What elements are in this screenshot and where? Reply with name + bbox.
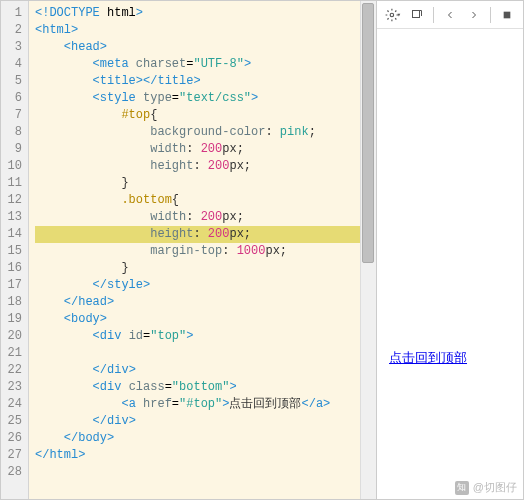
line-number-gutter: 1234567891011121314151617181920212223242…	[1, 1, 29, 499]
line-number: 28	[1, 464, 28, 481]
code-line[interactable]: .bottom{	[35, 192, 376, 209]
code-line[interactable]	[35, 345, 376, 362]
preview-toolbar: ▾	[377, 1, 523, 29]
code-line[interactable]: background-color: pink;	[35, 124, 376, 141]
forward-icon[interactable]	[466, 7, 482, 23]
line-number: 13	[1, 209, 28, 226]
line-number: 21	[1, 345, 28, 362]
code-line[interactable]: }	[35, 260, 376, 277]
code-line[interactable]: <html>	[35, 22, 376, 39]
code-line[interactable]: width: 200px;	[35, 209, 376, 226]
toolbar-separator	[433, 7, 434, 23]
zhihu-logo-icon: 知	[455, 481, 469, 495]
back-to-top-link[interactable]: 点击回到顶部	[389, 349, 467, 367]
line-number: 16	[1, 260, 28, 277]
vertical-scrollbar[interactable]	[360, 1, 376, 499]
code-line[interactable]: <body>	[35, 311, 376, 328]
line-number: 17	[1, 277, 28, 294]
line-number: 25	[1, 413, 28, 430]
line-number: 5	[1, 73, 28, 90]
code-line[interactable]: <!DOCTYPE html>	[35, 5, 376, 22]
svg-rect-1	[413, 10, 420, 17]
svg-point-0	[390, 13, 393, 16]
line-number: 10	[1, 158, 28, 175]
line-number: 19	[1, 311, 28, 328]
code-line[interactable]: <a href="#top">点击回到顶部</a>	[35, 396, 376, 413]
scrollbar-thumb[interactable]	[362, 3, 374, 263]
gear-icon[interactable]: ▾	[385, 7, 401, 23]
code-area[interactable]: <!DOCTYPE html><html> <head> <meta chars…	[29, 1, 376, 499]
line-number: 26	[1, 430, 28, 447]
code-line[interactable]: <head>	[35, 39, 376, 56]
line-number: 15	[1, 243, 28, 260]
line-number: 1	[1, 5, 28, 22]
toolbar-separator	[490, 7, 491, 23]
code-line[interactable]: <meta charset="UTF-8">	[35, 56, 376, 73]
line-number: 11	[1, 175, 28, 192]
code-line[interactable]: <title></title>	[35, 73, 376, 90]
preview-pane: ▾ 点击回到顶部 知 @切图仔	[377, 1, 523, 499]
back-icon[interactable]	[442, 7, 458, 23]
code-line[interactable]: #top{	[35, 107, 376, 124]
code-line[interactable]: <div id="top">	[35, 328, 376, 345]
line-number: 2	[1, 22, 28, 39]
line-number: 9	[1, 141, 28, 158]
code-line[interactable]: </head>	[35, 294, 376, 311]
line-number: 27	[1, 447, 28, 464]
code-line[interactable]: height: 200px;	[35, 158, 376, 175]
line-number: 18	[1, 294, 28, 311]
line-number: 22	[1, 362, 28, 379]
ide-window: 1234567891011121314151617181920212223242…	[0, 0, 524, 500]
line-number: 4	[1, 56, 28, 73]
stop-icon[interactable]	[499, 7, 515, 23]
code-editor-pane: 1234567891011121314151617181920212223242…	[1, 1, 377, 499]
popout-icon[interactable]	[409, 7, 425, 23]
line-number: 3	[1, 39, 28, 56]
line-number: 12	[1, 192, 28, 209]
line-number: 8	[1, 124, 28, 141]
code-line[interactable]: </html>	[35, 447, 376, 464]
line-number: 23	[1, 379, 28, 396]
line-number: 24	[1, 396, 28, 413]
watermark-text: @切图仔	[473, 480, 517, 495]
code-line[interactable]: }	[35, 175, 376, 192]
code-line[interactable]: <style type="text/css">	[35, 90, 376, 107]
preview-body: 点击回到顶部 知 @切图仔	[377, 29, 523, 499]
code-line[interactable]: </body>	[35, 430, 376, 447]
code-line[interactable]: <div class="bottom">	[35, 379, 376, 396]
line-number: 6	[1, 90, 28, 107]
watermark: 知 @切图仔	[455, 480, 517, 495]
code-line[interactable]	[35, 464, 376, 481]
code-line[interactable]: height: 200px;	[35, 226, 376, 243]
line-number: 20	[1, 328, 28, 345]
code-line[interactable]: </style>	[35, 277, 376, 294]
line-number: 7	[1, 107, 28, 124]
code-line[interactable]: margin-top: 1000px;	[35, 243, 376, 260]
code-line[interactable]: </div>	[35, 413, 376, 430]
line-number: 14	[1, 226, 28, 243]
code-line[interactable]: width: 200px;	[35, 141, 376, 158]
code-line[interactable]: </div>	[35, 362, 376, 379]
svg-rect-2	[504, 11, 511, 18]
